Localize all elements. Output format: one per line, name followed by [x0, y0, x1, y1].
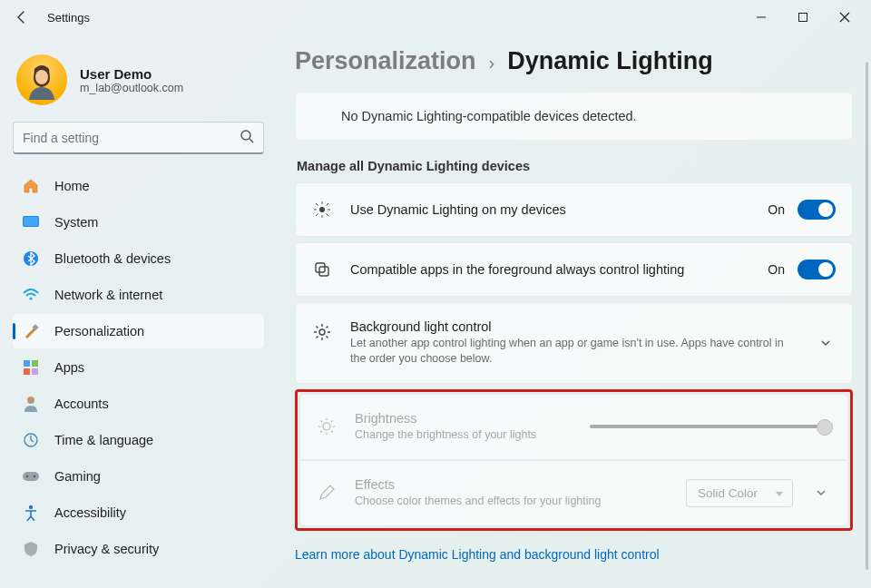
- breadcrumb-parent[interactable]: Personalization: [295, 47, 476, 75]
- row-title: Compatible apps in the foreground always…: [350, 262, 749, 277]
- svg-point-20: [319, 207, 325, 212]
- layers-icon: [312, 260, 332, 279]
- row-effects: Effects Choose color themes and effects …: [299, 460, 848, 526]
- scrollbar[interactable]: [866, 62, 868, 570]
- svg-rect-11: [32, 360, 38, 367]
- toggle-state: On: [768, 262, 785, 277]
- info-text: No Dynamic Lighting-compatible devices d…: [341, 109, 637, 123]
- svg-line-4: [250, 139, 253, 142]
- minimize-button[interactable]: [740, 3, 782, 32]
- effects-selected: Solid Color: [698, 486, 758, 500]
- nav-privacy[interactable]: Privacy & security: [13, 532, 264, 566]
- home-icon: [22, 177, 40, 195]
- content-pane: Personalization › Dynamic Lighting No Dy…: [277, 34, 871, 588]
- search-box[interactable]: [13, 122, 264, 154]
- gamepad-icon: [22, 467, 40, 485]
- row-subtitle: Change the brightness of your lights: [355, 427, 572, 443]
- svg-rect-1: [799, 14, 807, 22]
- globe-clock-icon: [22, 431, 40, 449]
- svg-rect-6: [24, 217, 38, 226]
- svg-point-32: [323, 423, 330, 430]
- svg-point-3: [241, 131, 250, 140]
- nav-accessibility[interactable]: Accessibility: [13, 495, 264, 530]
- svg-rect-13: [32, 368, 38, 375]
- nav-label: Gaming: [54, 469, 101, 484]
- nav-label: Privacy & security: [54, 542, 159, 556]
- toggle-compatible-apps[interactable]: [798, 260, 836, 279]
- row-subtitle: Choose color themes and effects for your…: [355, 494, 668, 509]
- toggle-use-dynamic-lighting[interactable]: [798, 200, 836, 220]
- row-title: Brightness: [355, 411, 572, 426]
- nav-label: Apps: [54, 360, 84, 375]
- chevron-down-icon[interactable]: [811, 486, 831, 499]
- nav-home[interactable]: Home: [13, 169, 264, 203]
- svg-line-26: [327, 214, 329, 217]
- nav-label: Network & internet: [54, 288, 162, 302]
- titlebar: Settings: [0, 0, 871, 34]
- close-button[interactable]: [824, 3, 866, 32]
- svg-point-19: [29, 505, 33, 509]
- svg-rect-16: [23, 472, 39, 481]
- nav-label: Accessibility: [54, 505, 126, 520]
- nav-label: Time & language: [54, 433, 153, 447]
- row-brightness: Brightness Change the brightness of your…: [299, 394, 848, 460]
- profile-block[interactable]: User Demo m_lab@outlook.com: [13, 47, 264, 114]
- svg-line-39: [331, 421, 333, 423]
- search-icon: [240, 129, 254, 146]
- nav-bluetooth[interactable]: Bluetooth & devices: [13, 241, 264, 276]
- sidebar: User Demo m_lab@outlook.com Home System: [0, 34, 277, 588]
- back-button[interactable]: [5, 1, 38, 34]
- search-input[interactable]: [23, 131, 240, 145]
- row-background-light-control[interactable]: Background light control Let another app…: [295, 302, 853, 384]
- nav-label: Home: [54, 179, 90, 193]
- effects-select[interactable]: Solid Color: [686, 479, 793, 507]
- person-icon: [22, 395, 40, 413]
- gear-icon: [312, 323, 332, 341]
- nav-label: System: [54, 215, 98, 230]
- info-card: No Dynamic Lighting-compatible devices d…: [295, 92, 853, 141]
- svg-line-37: [321, 421, 323, 423]
- accessibility-icon: [22, 504, 40, 522]
- svg-line-38: [331, 431, 333, 433]
- chevron-right-icon: ›: [489, 53, 495, 74]
- svg-rect-10: [24, 360, 30, 367]
- wifi-icon: [22, 286, 40, 304]
- row-title: Use Dynamic Lighting on my devices: [350, 202, 749, 217]
- nav-label: Bluetooth & devices: [54, 251, 171, 266]
- chevron-down-icon[interactable]: [816, 337, 836, 349]
- svg-point-18: [34, 475, 35, 477]
- learn-more-link[interactable]: Learn more about Dynamic Lighting and ba…: [295, 547, 853, 562]
- lighting-icon: [312, 201, 332, 219]
- svg-line-28: [316, 214, 318, 217]
- apps-icon: [22, 358, 40, 377]
- nav-time[interactable]: Time & language: [13, 423, 264, 457]
- section-title: Manage all Dynamic Lighting devices: [297, 159, 853, 173]
- maximize-button[interactable]: [782, 3, 824, 32]
- nav-gaming[interactable]: Gaming: [13, 459, 264, 494]
- shield-icon: [22, 540, 40, 558]
- breadcrumb: Personalization › Dynamic Lighting: [295, 47, 853, 75]
- nav-label: Accounts: [54, 397, 109, 411]
- bluetooth-icon: [22, 250, 40, 268]
- nav-system[interactable]: System: [13, 205, 264, 240]
- row-compatible-apps: Compatible apps in the foreground always…: [295, 242, 853, 297]
- svg-line-40: [321, 431, 323, 433]
- nav-personalization[interactable]: Personalization: [13, 314, 264, 348]
- svg-point-17: [26, 475, 28, 477]
- row-title: Background light control: [350, 319, 798, 334]
- pen-icon: [317, 484, 337, 502]
- nav-list: Home System Bluetooth & devices Network …: [13, 169, 264, 566]
- row-use-dynamic-lighting: Use Dynamic Lighting on my devices On: [295, 182, 853, 237]
- svg-point-14: [27, 397, 34, 404]
- nav-label: Personalization: [54, 324, 144, 338]
- brightness-icon: [317, 417, 337, 436]
- svg-line-27: [327, 203, 329, 206]
- svg-point-2: [35, 70, 48, 84]
- nav-apps[interactable]: Apps: [13, 350, 264, 385]
- svg-rect-12: [24, 368, 30, 375]
- nav-accounts[interactable]: Accounts: [13, 387, 264, 421]
- profile-name: User Demo: [80, 66, 183, 82]
- row-title: Effects: [355, 477, 668, 492]
- brightness-slider[interactable]: [590, 425, 826, 428]
- nav-network[interactable]: Network & internet: [13, 278, 264, 312]
